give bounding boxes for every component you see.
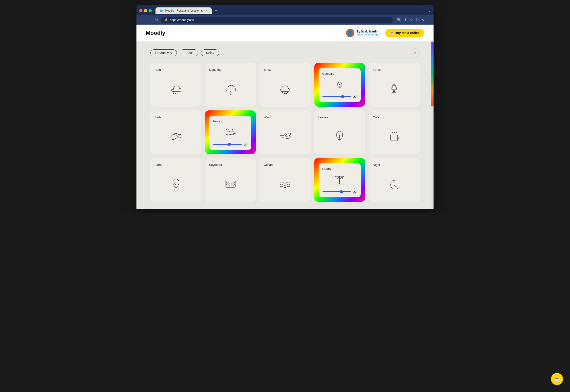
sound-icon-keyboard xyxy=(209,169,252,198)
svg-rect-17 xyxy=(227,182,228,183)
svg-line-0 xyxy=(173,92,174,94)
sound-icon-rain xyxy=(155,74,197,102)
sound-card-rain[interactable]: Rain xyxy=(150,63,201,107)
sound-label-cafe: Cafe xyxy=(373,115,415,119)
tab-layout-button[interactable]: ⧉ xyxy=(416,18,418,22)
sound-label-ocean: Ocean xyxy=(264,163,306,167)
sound-card-cafe[interactable]: Cafe xyxy=(369,111,420,154)
menu-button[interactable]: ⋮ xyxy=(427,18,431,22)
sound-icon-birds xyxy=(155,122,197,150)
svg-rect-20 xyxy=(233,182,234,183)
sound-card-wind[interactable]: Wind xyxy=(259,111,310,154)
sound-icon-ocean xyxy=(264,169,306,198)
svg-rect-24 xyxy=(233,184,234,185)
new-tab-button[interactable]: + xyxy=(214,8,218,13)
filter-focus[interactable]: Focus xyxy=(180,49,198,56)
refresh-button[interactable]: ↻ xyxy=(154,17,159,23)
sound-icon-campfire xyxy=(322,78,357,92)
sound-card-forest[interactable]: Forest xyxy=(369,63,420,107)
shuffle-icon: ✕ xyxy=(414,51,417,55)
library-volume-slider[interactable] xyxy=(322,191,351,192)
sound-card-lightning[interactable]: Lightning xyxy=(205,63,256,107)
tab-close-button[interactable]: ✕ xyxy=(206,9,208,12)
svg-line-12 xyxy=(226,129,228,130)
sound-card-campfire[interactable]: Campfire 🔊 xyxy=(314,63,365,107)
campfire-volume[interactable]: 🔊 xyxy=(322,95,357,98)
svg-line-1 xyxy=(175,92,176,94)
sound-icon-lightning xyxy=(209,74,252,102)
rowing-volume[interactable]: 🔊 xyxy=(213,142,248,146)
sound-icon-snow xyxy=(264,74,306,102)
scrollbar-thumb[interactable] xyxy=(431,42,434,106)
library-inner: Library xyxy=(319,163,361,197)
sound-label-rowing: Rowing xyxy=(213,119,248,123)
svg-rect-25 xyxy=(228,186,233,187)
forward-button[interactable]: → xyxy=(147,17,152,23)
bookmark-button[interactable]: ☆ xyxy=(410,18,413,22)
svg-rect-22 xyxy=(228,184,230,185)
author-follow-link[interactable]: follow on twitter 🐦 xyxy=(357,33,378,36)
svg-point-3 xyxy=(283,92,283,93)
extension-button[interactable]: ✕ xyxy=(421,18,424,22)
tab-favicon: 🐦 xyxy=(159,9,163,13)
main-area: Productivity Focus Relax ✕ Rain xyxy=(136,42,434,209)
back-button[interactable]: ← xyxy=(139,17,145,23)
sound-label-campfire: Campfire xyxy=(322,72,357,75)
campfire-volume-icon: 🔊 xyxy=(353,95,357,98)
sound-label-night: Night xyxy=(373,163,415,167)
buy-coffee-button[interactable]: ☕ Buy me a coffee xyxy=(385,29,424,37)
site-logo: Moodly xyxy=(146,30,344,36)
rowing-volume-slider[interactable] xyxy=(213,144,242,145)
sound-label-library: Library xyxy=(322,167,357,170)
campfire-volume-slider[interactable] xyxy=(322,96,351,97)
maximize-window-button[interactable] xyxy=(149,9,152,12)
tab-menu-button[interactable]: ⌄ xyxy=(428,9,431,13)
sound-icon-forest xyxy=(373,74,415,102)
sound-label-leaves: Leaves xyxy=(318,115,361,119)
sound-card-leaves[interactable]: Leaves xyxy=(314,111,365,154)
minimize-window-button[interactable] xyxy=(144,9,147,12)
browser-window: 🐦 Moodly - Relax and focus o 🔊 ✕ + ⌄ ← →… xyxy=(136,5,434,209)
svg-point-5 xyxy=(287,92,287,93)
tab-audio-icon: 🔊 xyxy=(200,9,204,12)
sound-card-farm[interactable]: Farm xyxy=(150,158,201,202)
sound-label-farm: Farm xyxy=(155,163,197,167)
tab-title: Moodly - Relax and focus o xyxy=(165,9,199,12)
close-window-button[interactable] xyxy=(139,9,142,12)
sound-card-keyboard[interactable]: Keyboard xyxy=(205,158,256,202)
url-text: https://moodly.site xyxy=(170,18,194,22)
active-tab[interactable]: 🐦 Moodly - Relax and focus o 🔊 ✕ xyxy=(156,7,212,14)
main-content: Productivity Focus Relax ✕ Rain xyxy=(136,42,434,209)
header-right: 👤 By Savio Martin follow on twitter 🐦 ☕ … xyxy=(344,27,424,39)
author-name: By Savio Martin xyxy=(357,30,378,33)
sound-label-birds: Birds xyxy=(155,115,197,119)
sound-label-snow: Snow xyxy=(264,68,306,71)
address-bar: ← → ↻ 🔒 https://moodly.site 🔍 ⬆ ☆ ⧉ ✕ ⋮ xyxy=(136,15,434,25)
share-button[interactable]: ⬆ xyxy=(404,18,407,22)
sound-card-birds[interactable]: Birds xyxy=(150,111,201,154)
sound-card-night[interactable]: Night xyxy=(369,158,420,202)
sound-card-snow[interactable]: Snow xyxy=(259,63,310,107)
svg-point-6 xyxy=(284,93,285,94)
svg-point-10 xyxy=(180,134,181,135)
library-volume[interactable]: 🔊 xyxy=(322,190,357,194)
sound-card-library[interactable]: Library xyxy=(314,158,365,202)
author-avatar: 👤 xyxy=(346,29,354,37)
filter-productivity[interactable]: Productivity xyxy=(150,49,177,56)
shuffle-button[interactable]: ✕ xyxy=(411,48,420,57)
lock-icon: 🔒 xyxy=(165,18,168,21)
sound-icon-rowing xyxy=(213,126,248,140)
sound-label-lightning: Lightning xyxy=(209,68,252,71)
library-volume-icon: 🔊 xyxy=(353,190,357,194)
svg-rect-21 xyxy=(227,184,228,185)
search-button[interactable]: 🔍 xyxy=(397,18,401,22)
author-info: By Savio Martin follow on twitter 🐦 xyxy=(357,30,378,36)
scrollbar-track[interactable] xyxy=(431,42,434,209)
sound-card-rowing[interactable]: Rowing xyxy=(205,111,256,154)
tab-bar: 🐦 Moodly - Relax and focus o 🔊 ✕ + ⌄ xyxy=(136,5,434,15)
url-bar[interactable]: 🔒 https://moodly.site xyxy=(161,17,393,23)
filter-relax[interactable]: Relax xyxy=(201,49,219,56)
sound-card-ocean[interactable]: Ocean xyxy=(259,158,310,202)
window-controls xyxy=(139,9,152,12)
sound-icon-night xyxy=(373,169,415,198)
